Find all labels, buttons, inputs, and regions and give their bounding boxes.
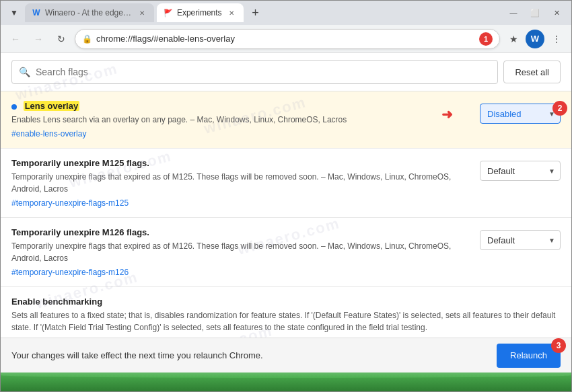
flag-title-lens-overlay: Lens overlay — [11, 101, 469, 111]
arrow-indicator: ➜ — [441, 106, 453, 122]
flag-desc-unexpire-m125: Temporarily unexpire flags that expired … — [11, 171, 469, 195]
restore-button[interactable]: ⬜ — [526, 5, 544, 20]
tab-close-winaero[interactable]: ✕ — [137, 7, 147, 18]
relaunch-button[interactable]: Relaunch 3 — [497, 344, 561, 368]
flag-content-benchmarking: Enable benchmarking Sets all features to… — [11, 297, 561, 336]
flag-control-lens-overlay: Disabled Default Enabled ▼ 2 ➜ — [480, 101, 561, 124]
back-button[interactable]: ← — [6, 30, 25, 48]
flag-item-unexpire-m126: Temporarily unexpire M126 flags. Tempora… — [1, 218, 571, 287]
flags-list: Lens overlay Enables Lens search via an … — [1, 91, 571, 338]
tab-close-experiments[interactable]: ✕ — [226, 7, 237, 18]
profile-button[interactable]: W — [526, 30, 544, 48]
titlebar: ▼ W Winaero - At the edge of t ✕ 🚩 Exper… — [1, 1, 571, 25]
tab-favicon-winaero: W — [32, 8, 41, 17]
bookmark-button[interactable]: ★ — [504, 30, 523, 48]
tab-strip: ▼ W Winaero - At the edge of t ✕ 🚩 Exper… — [6, 3, 265, 22]
flag-link-lens-overlay[interactable]: #enable-lens-overlay — [11, 129, 86, 139]
flag-control-unexpire-m126: Default Enabled Disabled ▼ — [480, 227, 561, 250]
tab-winaero[interactable]: W Winaero - At the edge of t ✕ — [25, 3, 154, 22]
menu-button[interactable]: ⋮ — [547, 30, 566, 48]
browser-window: ▼ W Winaero - At the edge of t ✕ 🚩 Exper… — [0, 0, 572, 392]
toolbar-right: ★ W ⋮ — [504, 30, 566, 48]
flag-link-unexpire-m125[interactable]: #temporary-unexpire-flags-m125 — [11, 198, 129, 208]
flag-select-lens-overlay[interactable]: Disabled Default Enabled — [480, 104, 561, 124]
toolbar: ← → ↻ 🔒 chrome://flags/#enable-lens-over… — [1, 25, 571, 53]
flag-desc-lens-overlay: Enables Lens search via an overlay on an… — [11, 114, 469, 126]
search-bar: 🔍 Reset all — [1, 53, 571, 91]
tab-list-dropdown[interactable]: ▼ — [6, 5, 22, 20]
flag-item-unexpire-m125: Temporarily unexpire M125 flags. Tempora… — [1, 149, 571, 218]
flag-title-unexpire-m126: Temporarily unexpire M126 flags. — [11, 227, 469, 237]
flag-link-unexpire-m126[interactable]: #temporary-unexpire-flags-m126 — [11, 268, 129, 277]
tab-favicon-experiments: 🚩 — [164, 8, 173, 17]
window-controls: — ⬜ ✕ — [504, 5, 566, 20]
flag-desc-unexpire-m126: Temporarily unexpire flags that expired … — [11, 240, 469, 264]
relaunch-label: Relaunch — [510, 350, 547, 360]
close-button[interactable]: ✕ — [547, 5, 566, 20]
active-dot — [11, 104, 17, 110]
grass-bar — [1, 373, 571, 391]
relaunch-badge: 3 — [551, 338, 566, 353]
bottom-bar: Your changes will take effect the next t… — [1, 338, 571, 373]
flags-page: 🔍 Reset all Lens overlay Enables Lens se… — [1, 53, 571, 338]
flag-select-unexpire-m126[interactable]: Default Enabled Disabled — [480, 230, 561, 250]
disabled-badge: 2 — [552, 101, 567, 116]
flag-item-lens-overlay: Lens overlay Enables Lens search via an … — [1, 91, 571, 149]
flag-item-benchmarking: Enable benchmarking Sets all features to… — [1, 287, 571, 338]
reload-button[interactable]: ↻ — [52, 30, 71, 48]
flag-content-lens-overlay: Lens overlay Enables Lens search via an … — [11, 101, 469, 139]
forward-button[interactable]: → — [29, 30, 48, 48]
flag-control-unexpire-m125: Default Enabled Disabled ▼ — [480, 158, 561, 181]
address-bar[interactable]: 🔒 chrome://flags/#enable-lens-overlay 1 — [75, 29, 500, 49]
lock-icon: 🔒 — [82, 34, 92, 44]
red-arrow-icon: ➜ — [441, 106, 453, 122]
reset-all-button[interactable]: Reset all — [503, 61, 561, 83]
tab-label-winaero: Winaero - At the edge of t — [45, 8, 133, 17]
tab-experiments[interactable]: 🚩 Experiments ✕ — [157, 3, 244, 22]
flag-content-unexpire-m126: Temporarily unexpire M126 flags. Tempora… — [11, 227, 469, 277]
flag-content-unexpire-m125: Temporarily unexpire M125 flags. Tempora… — [11, 158, 469, 208]
flag-select-unexpire-m125[interactable]: Default Enabled Disabled — [480, 161, 561, 181]
address-text: chrome://flags/#enable-lens-overlay — [96, 34, 475, 44]
flag-desc-benchmarking: Sets all features to a fixed state; that… — [11, 309, 561, 334]
flag-title-unexpire-m125: Temporarily unexpire M125 flags. — [11, 158, 469, 168]
search-input[interactable] — [36, 67, 491, 77]
new-tab-button[interactable]: + — [246, 3, 265, 22]
search-input-wrapper[interactable]: 🔍 — [11, 60, 498, 84]
flag-title-text: Lens overlay — [24, 101, 80, 111]
content-wrapper: winaero.com winaero.com winaero.com wina… — [1, 53, 571, 338]
bottom-message: Your changes will take effect the next t… — [11, 350, 486, 360]
search-icon: 🔍 — [19, 67, 30, 77]
flag-title-benchmarking: Enable benchmarking — [11, 297, 561, 307]
tab-label-experiments: Experiments — [177, 8, 222, 17]
address-badge: 1 — [479, 32, 493, 46]
minimize-button[interactable]: — — [504, 5, 523, 20]
